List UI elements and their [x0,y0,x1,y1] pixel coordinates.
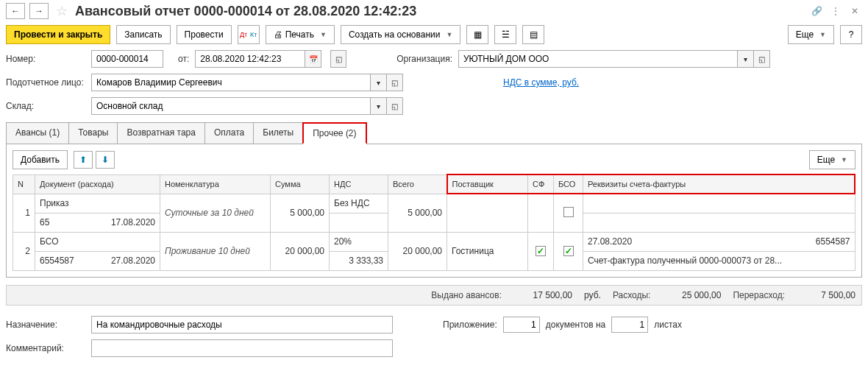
cell-total: 5 000,00 [388,194,447,232]
cell-nomen: Проживание 10 дней [160,232,271,270]
table-row[interactable]: 2 БСО Проживание 10 дней 20 000,00 20% 2… [13,232,855,251]
cell-invoice: 27.08.20206554587 [583,232,855,251]
cell-n: 2 [13,232,35,270]
attach-end-label: листах [654,320,682,330]
tab-more-button[interactable]: Еще▼ [809,150,855,169]
purpose-input[interactable] [91,316,393,334]
th-bso: БСО [554,174,583,194]
kebab-menu-icon[interactable]: ⋮ [828,4,843,18]
attach-mid-label: документов на [546,320,606,330]
move-down-button[interactable]: ⬇ [96,151,115,169]
org-input[interactable] [458,50,738,68]
th-nomen: Номенклатура [160,174,271,194]
create-based-on-button[interactable]: Создать на основании▼ [341,25,460,44]
dtkt-button[interactable]: ДтКт [238,25,260,44]
date-expand-button[interactable]: ◱ [330,50,346,68]
attach-label: Приложение: [443,320,497,330]
comment-label: Комментарий: [6,343,85,353]
toolbar-icon-3[interactable]: ▤ [522,25,544,44]
person-open-button[interactable]: ◱ [387,74,403,91]
link-icon[interactable]: 🔗 [809,4,824,18]
over-total-label: Перерасход: [733,290,785,300]
org-label: Организация: [396,54,452,64]
cell-sf[interactable] [528,194,554,232]
cell-supplier [447,194,528,232]
th-doc: Документ (расхода) [35,174,160,194]
attach-docs-input[interactable] [503,317,540,333]
favorite-star-icon[interactable]: ☆ [53,3,71,19]
cell-doc-sub: 6517.08.2020 [35,213,160,232]
cell-invoice [583,194,855,213]
cell-n: 1 [13,194,35,232]
calendar-icon[interactable]: 📅 [305,50,321,68]
person-input[interactable] [91,74,371,91]
cell-total: 20 000,00 [388,232,447,270]
person-label: Подотчетное лицо: [6,77,85,88]
save-button[interactable]: Записать [116,25,170,44]
add-row-button[interactable]: Добавить [13,150,68,169]
table-row[interactable]: 1 Приказ Суточные за 10 дней 5 000,00 Бе… [13,194,855,213]
move-up-button[interactable]: ⬆ [74,151,93,169]
org-dropdown-button[interactable]: ▾ [738,50,754,68]
warehouse-open-button[interactable]: ◱ [387,97,403,115]
cell-bso[interactable] [554,232,583,270]
post-button[interactable]: Провести [177,25,232,44]
toolbar-icon-2[interactable]: ☱ [494,25,516,44]
post-and-close-button[interactable]: Провести и закрыть [6,25,110,44]
tab-goods[interactable]: Товары [68,122,118,144]
comment-input[interactable] [91,339,393,357]
th-total: Всего [388,174,447,194]
over-total-value: 7 500,00 [797,290,855,300]
cell-sf[interactable] [528,232,554,270]
tab-advances[interactable]: Авансы (1) [6,122,69,144]
cell-invoice-sub: Счет-фактура полученный 0000-000073 от 2… [583,251,855,270]
close-icon[interactable]: ✕ [847,4,862,18]
help-button[interactable]: ? [840,25,862,44]
chevron-down-icon: ▼ [819,31,826,38]
toolbar-icon-1[interactable]: ▦ [466,25,488,44]
cell-supplier: Гостиница [447,232,528,270]
chevron-down-icon: ▼ [446,31,452,38]
number-input[interactable] [91,50,163,68]
person-dropdown-button[interactable]: ▾ [371,74,387,91]
chevron-down-icon: ▼ [320,31,327,38]
cell-nomen: Суточные за 10 дней [160,194,271,232]
from-label: от: [178,54,189,64]
warehouse-label: Склад: [6,101,85,111]
vat-link[interactable]: НДС в сумме, руб. [503,77,579,88]
warehouse-dropdown-button[interactable]: ▾ [371,97,387,115]
expenses-total-label: Расходы: [613,290,651,300]
chevron-down-icon: ▼ [841,156,847,163]
cell-doc-sub: 655458727.08.2020 [35,251,160,270]
th-sf: СФ [528,174,554,194]
print-button[interactable]: 🖨Печать▼ [266,25,335,44]
cell-sum: 5 000,00 [271,194,330,232]
date-input[interactable] [195,50,305,68]
currency-label: руб. [584,290,601,300]
more-button[interactable]: Еще▼ [788,25,834,44]
nav-forward-button[interactable]: → [29,3,49,19]
advances-total-value: 17 500,00 [513,290,572,300]
tab-tickets[interactable]: Билеты [253,122,303,144]
cell-bso[interactable] [554,194,583,232]
window-title: Авансовый отчет 0000-000014 от 28.08.202… [75,4,805,19]
cell-invoice-sub [583,213,855,232]
tab-returnable[interactable]: Возвратная тара [117,122,205,144]
cell-vat-sub [330,213,388,232]
tab-payment[interactable]: Оплата [204,122,254,144]
warehouse-input[interactable] [91,97,371,115]
cell-sum: 20 000,00 [271,232,330,270]
expenses-total-value: 25 000,00 [662,290,721,300]
th-vat: НДС [330,174,388,194]
th-n: N [13,174,35,194]
printer-icon: 🖨 [274,29,282,40]
purpose-label: Назначение: [6,320,85,330]
cell-vat: 20% [330,232,388,251]
tab-other[interactable]: Прочее (2) [302,122,366,144]
advances-total-label: Выдано авансов: [431,290,502,300]
th-supplier: Поставщик [447,174,528,194]
org-open-button[interactable]: ◱ [754,50,770,68]
nav-back-button[interactable]: ← [6,3,25,19]
attach-sheets-input[interactable] [611,317,648,333]
cell-doc: Приказ [35,194,160,213]
